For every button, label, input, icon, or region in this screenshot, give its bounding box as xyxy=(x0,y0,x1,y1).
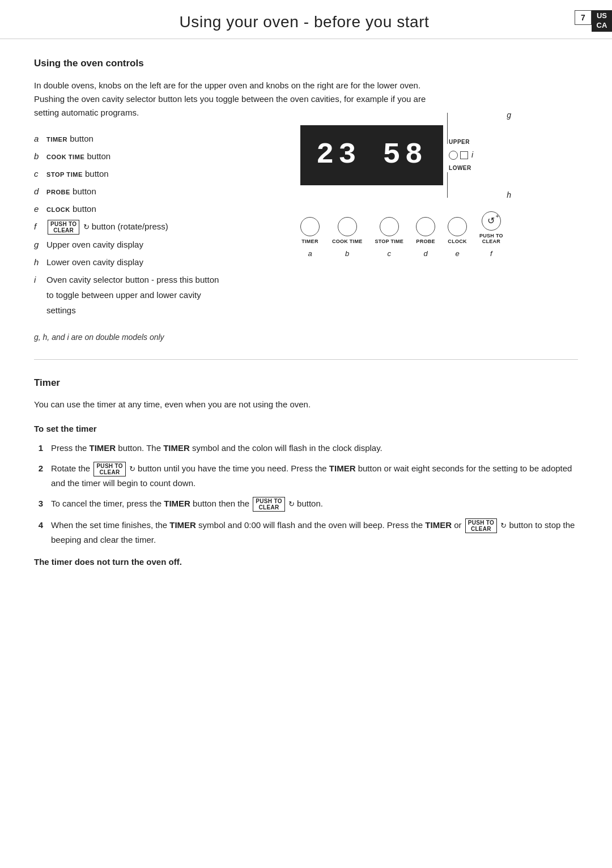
region-ca: CA xyxy=(597,21,607,31)
probe-btn-icon xyxy=(416,217,435,236)
page-container: Using your oven - before you start 7 US … xyxy=(0,0,612,868)
cooktime-btn-icon xyxy=(338,217,357,236)
selector-area: UPPER i LOWER xyxy=(449,138,473,172)
list-item-b: b COOK TIME button xyxy=(34,148,227,164)
timer-btn-letter: a xyxy=(308,248,312,259)
list-item-i: i Oven cavity selector button - press th… xyxy=(34,272,227,318)
label-h: h xyxy=(34,254,43,270)
step-text-4: When the set time finishes, the TIMER sy… xyxy=(51,518,578,547)
list-item-d: d PROBE button xyxy=(34,184,227,199)
section2-title: Timer xyxy=(34,376,578,390)
rotate-icon-step3: ↺ xyxy=(288,499,295,510)
push-clear-btn-label: PUSH TOCLEAR xyxy=(479,233,503,245)
controls-diagram-area: a TIMER button b COOK TIME button c STOP… xyxy=(34,131,578,320)
probe-btn-label: PROBE xyxy=(416,239,435,245)
step-1: 1 Press the TIMER button. The TIMER symb… xyxy=(34,441,578,455)
cooktime-btn-label: COOK TIME xyxy=(332,239,362,245)
list-item-a: a TIMER button xyxy=(34,131,227,146)
clock-display: 23 58 xyxy=(300,125,443,185)
oven-diagram: g 23 58 UPPER xyxy=(238,125,578,259)
section-divider xyxy=(34,359,578,360)
clock-btn-letter: e xyxy=(455,248,459,259)
label-f: f xyxy=(34,219,43,234)
list-item-f: f PUSH TO CLEAR ↺ button (rotate/press) xyxy=(34,219,227,235)
cooktime-btn-letter: b xyxy=(345,248,349,259)
push-clear-btn-letter: f xyxy=(490,248,492,259)
term-stoptime: STOP TIME xyxy=(46,171,83,178)
term-timer-step1b: TIMER xyxy=(163,443,190,453)
selector-upper: UPPER xyxy=(449,138,470,146)
clock-btn-label: CLOCK xyxy=(448,239,466,245)
page-header: Using your oven - before you start 7 US … xyxy=(0,0,612,39)
upper-label: UPPER xyxy=(449,138,470,146)
section1-title: Using the oven controls xyxy=(34,56,578,71)
btn-probe: PROBE d xyxy=(416,217,435,259)
oven-controls-section: Using the oven controls In double ovens,… xyxy=(34,56,578,343)
term-timer-step4a: TIMER xyxy=(169,520,196,530)
g-line xyxy=(447,113,448,144)
header-right: 7 US CA xyxy=(575,10,612,34)
page-title: Using your oven - before you start xyxy=(34,10,575,34)
step-3: 3 To cancel the timer, press the TIMER b… xyxy=(34,497,578,512)
section2-intro: You can use the timer at any time, even … xyxy=(34,398,578,411)
push-to-clear-step4: PUSH TOCLEAR xyxy=(465,518,497,533)
timer-steps: 1 Press the TIMER button. The TIMER symb… xyxy=(34,441,578,547)
final-note: The timer does not turn the oven off. xyxy=(34,556,578,569)
selector-square-icon xyxy=(460,151,468,159)
push-to-clear-label-f: PUSH TO CLEAR xyxy=(48,220,79,235)
btn-clock: CLOCK e xyxy=(448,217,467,259)
region-badge: US CA xyxy=(592,10,612,32)
buttons-row: TIMER a COOK TIME b STOP TIME xyxy=(300,211,516,259)
plus-icon: + xyxy=(495,213,499,219)
controls-list: a TIMER button b COOK TIME button c STOP… xyxy=(34,131,227,320)
rotate-arc-icon: ↺ xyxy=(487,214,495,228)
step-2: 2 Rotate the PUSH TOCLEAR ↺ button until… xyxy=(34,462,578,490)
i-diagram-label: i xyxy=(471,149,473,161)
timer-btn-icon xyxy=(300,217,320,236)
h-diagram-label: h xyxy=(507,189,511,201)
label-d: d xyxy=(34,184,43,199)
term-timer-step2: TIMER xyxy=(329,463,356,473)
selector-control: i xyxy=(449,149,473,161)
main-content: Using the oven controls In double ovens,… xyxy=(0,39,612,591)
label-b: b xyxy=(34,148,43,164)
label-a: a xyxy=(34,131,43,146)
step-num-4: 4 xyxy=(34,518,43,532)
timer-btn-label: TIMER xyxy=(301,239,318,245)
subsection-title: To set the timer xyxy=(34,423,578,436)
push-to-clear-step3: PUSH TOCLEAR xyxy=(253,497,284,512)
term-timer-step1a: TIMER xyxy=(90,443,116,453)
list-item-h: h Lower oven cavity display xyxy=(34,254,227,270)
label-c: c xyxy=(34,166,43,181)
step-num-2: 2 xyxy=(34,462,43,475)
h-line xyxy=(447,172,448,198)
selector-circle-icon xyxy=(449,151,458,160)
label-e: e xyxy=(34,201,43,216)
rotate-icon-step2: ↺ xyxy=(129,463,135,475)
list-item-c: c STOP TIME button xyxy=(34,166,227,181)
push-to-clear-step2: PUSH TOCLEAR xyxy=(94,462,125,476)
display-area: g 23 58 UPPER xyxy=(300,125,516,185)
lower-label: LOWER xyxy=(449,164,471,172)
term-timer-step3: TIMER xyxy=(164,499,190,508)
step-text-2: Rotate the PUSH TOCLEAR ↺ button until y… xyxy=(51,462,578,490)
step-text-1: Press the TIMER button. The TIMER symbol… xyxy=(51,441,578,455)
label-i: i xyxy=(34,272,43,287)
term-cooktime: COOK TIME xyxy=(46,154,84,160)
term-timer-a: TIMER xyxy=(46,136,67,143)
step-4: 4 When the set time finishes, the TIMER … xyxy=(34,518,578,547)
term-timer-step4b: TIMER xyxy=(425,520,452,530)
step-text-3: To cancel the timer, press the TIMER but… xyxy=(51,497,578,512)
list-item-g: g Upper oven cavity display xyxy=(34,237,227,252)
push-clear-btn-icon: ↺ + xyxy=(482,211,501,231)
timer-section: Timer You can use the timer at any time,… xyxy=(34,376,578,569)
step-num-3: 3 xyxy=(34,497,43,510)
region-us: US xyxy=(597,11,607,21)
clock-btn-icon xyxy=(448,217,467,236)
step-num-1: 1 xyxy=(34,441,43,455)
btn-timer: TIMER a xyxy=(300,217,320,259)
list-item-e: e CLOCK button xyxy=(34,201,227,216)
rotate-icon-step4: ↺ xyxy=(500,520,507,532)
g-diagram-label: g xyxy=(507,109,511,121)
term-probe: PROBE xyxy=(46,189,70,195)
